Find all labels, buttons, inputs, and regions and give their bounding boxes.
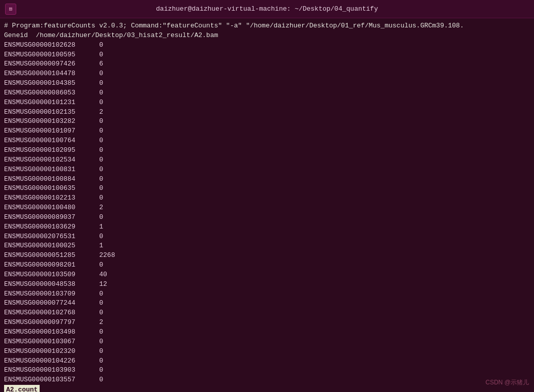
table-row: ENSMUSG00000103509 40: [4, 270, 530, 280]
table-row: ENSMUSG00000100764 0: [4, 136, 530, 146]
table-row: ENSMUSG00000097797 2: [4, 318, 530, 328]
table-row: ENSMUSG00000104385 0: [4, 79, 530, 88]
table-row: ENSMUSG00000102628 0: [4, 41, 530, 50]
table-row: ENSMUSG00000103498 0: [4, 328, 530, 337]
table-row: ENSMUSG00000102095 0: [4, 146, 530, 155]
table-row: ENSMUSG00000100884 0: [4, 175, 530, 184]
table-row: ENSMUSG00000101097 0: [4, 126, 530, 136]
table-row: ENSMUSG00000102534 0: [4, 155, 530, 165]
table-row: ENSMUSG00000089037 0: [4, 213, 530, 222]
title-bar-title: daizhuer@daizhuer-virtual-machine: ~/Des…: [156, 5, 378, 13]
table-row: ENSMUSG00000098201 0: [4, 260, 530, 270]
table-row: ENSMUSG00000051285 2268: [4, 251, 530, 260]
terminal-icon: ⊞: [5, 4, 16, 15]
table-row: ENSMUSG00000104478 0: [4, 69, 530, 79]
table-row: ENSMUSG00000086053 0: [4, 88, 530, 98]
data-rows: ENSMUSG00000102628 0ENSMUSG00000100595 0…: [4, 41, 530, 385]
table-row: ENSMUSG00000100025 1: [4, 241, 530, 251]
table-row: ENSMUSG00000100831 0: [4, 165, 530, 175]
table-row: ENSMUSG00000103903 0: [4, 366, 530, 375]
table-row: ENSMUSG00000102320 0: [4, 347, 530, 356]
prompt-line: A2.count: [4, 385, 530, 392]
table-row: ENSMUSG00000077244 0: [4, 299, 530, 308]
table-row: ENSMUSG00000100595 0: [4, 50, 530, 60]
table-row: ENSMUSG00000101231 0: [4, 98, 530, 108]
terminal-window: ⊞ daizhuer@daizhuer-virtual-machine: ~/D…: [0, 0, 534, 392]
table-row: ENSMUSG00000103557 0: [4, 375, 530, 385]
table-row: ENSMUSG00002076531 0: [4, 232, 530, 242]
title-bar-left: ⊞: [5, 4, 16, 15]
title-bar: ⊞ daizhuer@daizhuer-virtual-machine: ~/D…: [0, 0, 534, 18]
table-row: ENSMUSG00000100480 2: [4, 203, 530, 213]
watermark: CSDN @示猪儿: [485, 378, 529, 387]
table-row: ENSMUSG00000103282 0: [4, 117, 530, 126]
table-row: ENSMUSG00000102213 0: [4, 193, 530, 203]
table-row: ENSMUSG00000103067 0: [4, 337, 530, 347]
table-row: ENSMUSG00000104226 0: [4, 356, 530, 366]
table-row: ENSMUSG00000103709 0: [4, 289, 530, 299]
table-row: ENSMUSG00000102768 0: [4, 308, 530, 318]
command-line: # Program:featureCounts v2.0.3; Command:…: [4, 21, 530, 31]
terminal-content[interactable]: # Program:featureCounts v2.0.3; Command:…: [0, 18, 534, 392]
table-row: ENSMUSG00000100635 0: [4, 184, 530, 193]
table-row: ENSMUSG00000048538 12: [4, 280, 530, 289]
table-row: ENSMUSG00000103629 1: [4, 222, 530, 232]
header-line: Geneid /home/daizhuer/Desktop/03_hisat2_…: [4, 31, 530, 41]
prompt-text: A2.count: [4, 385, 40, 392]
terminal-icon-symbol: ⊞: [9, 6, 13, 12]
table-row: ENSMUSG00000097426 6: [4, 59, 530, 69]
table-row: ENSMUSG00000102135 2: [4, 108, 530, 117]
